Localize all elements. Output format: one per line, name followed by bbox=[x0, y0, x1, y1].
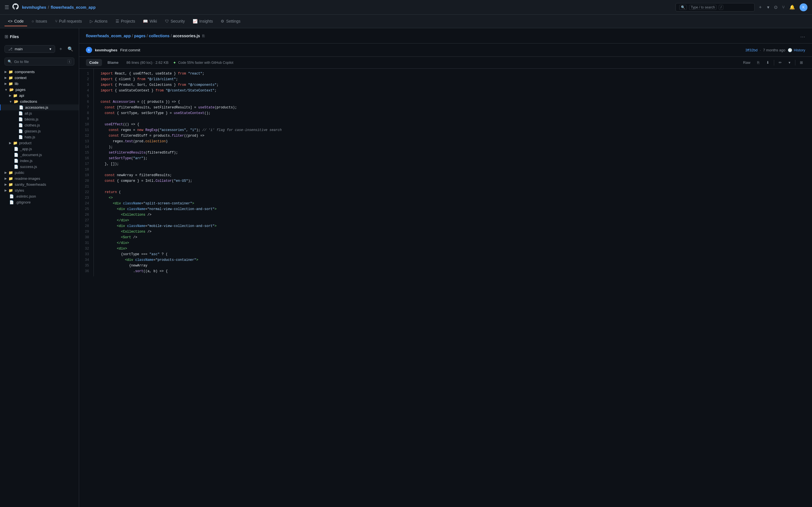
notifications-icon[interactable]: 🔔 bbox=[790, 4, 795, 10]
sidebar-item-context[interactable]: ▶ 📁 context bbox=[0, 75, 79, 81]
file-icon: 📄 bbox=[18, 135, 23, 139]
pr-icon: ⑂ bbox=[55, 19, 57, 23]
code-line: regex.test(prod.collection) bbox=[101, 138, 805, 144]
tab-projects[interactable]: ☰ Projects bbox=[112, 17, 139, 26]
code-line: <div className="split-screen-container"> bbox=[101, 201, 805, 206]
line-number: 34 bbox=[79, 257, 94, 263]
tab-settings[interactable]: ⚙ Settings bbox=[217, 17, 244, 26]
tab-code-label: Code bbox=[14, 19, 23, 23]
sidebar-item-api[interactable]: ▶ 📁 api bbox=[0, 93, 79, 99]
breadcrumb-pages-link[interactable]: pages bbox=[134, 34, 146, 38]
sidebar-item-sanity-flowerheads[interactable]: ▶ 📁 sanity_flowerheads bbox=[0, 181, 79, 187]
sidebar-item-app-js[interactable]: 📄 _app.js bbox=[0, 146, 79, 152]
tab-code[interactable]: <> Code bbox=[4, 17, 27, 26]
plus-icon[interactable]: ＋ bbox=[758, 4, 763, 10]
copy-raw-button[interactable]: ⎘ bbox=[755, 59, 762, 66]
line-number: 27 bbox=[79, 218, 94, 223]
sidebar-item-pages[interactable]: ▼ 📂 pages bbox=[0, 87, 79, 93]
file-tree: ▶ 📁 components ▶ 📁 context ▶ 📁 lib ▼ 📂 p… bbox=[0, 68, 79, 504]
sidebar-header: ⊞ Files bbox=[0, 32, 79, 42]
commit-author-name[interactable]: kevmhughes bbox=[95, 48, 117, 52]
file-line-count: 86 lines (80 loc) · 2.62 KB bbox=[126, 60, 169, 65]
sidebar-item-success-js[interactable]: 📄 success.js bbox=[0, 164, 79, 170]
file-icon: 📄 bbox=[9, 194, 14, 199]
file-icon: 📄 bbox=[18, 111, 23, 115]
sidebar-item-document-js[interactable]: 📄 _document.js bbox=[0, 152, 79, 158]
line-number: 8 bbox=[79, 110, 94, 116]
tab-security[interactable]: 🛡 Security bbox=[162, 17, 189, 26]
line-number: 24 bbox=[79, 201, 94, 206]
breadcrumb-repo-link[interactable]: flowerheads_ecom_app bbox=[86, 34, 131, 38]
blame-tab-button[interactable]: Blame bbox=[104, 59, 122, 66]
tab-insights[interactable]: 📈 Insights bbox=[189, 17, 216, 26]
sidebar-item-gitignore[interactable]: 📄 .gitignore bbox=[0, 199, 79, 205]
sidebar-item-public[interactable]: ▶ 📁 public bbox=[0, 170, 79, 176]
sidebar-item-accessories-js[interactable]: 📄 accessories.js bbox=[0, 104, 79, 110]
download-button[interactable]: ⬇ bbox=[764, 59, 772, 66]
sidebar-item-readme-images[interactable]: ▶ 📁 readme-images bbox=[0, 176, 79, 181]
github-logo-icon[interactable] bbox=[12, 3, 19, 11]
more-options-icon[interactable]: … bbox=[800, 33, 805, 39]
code-line: <Collections /> bbox=[101, 212, 805, 218]
chevron-down-icon: ▼ bbox=[4, 88, 8, 92]
chevron-right-icon: ▶ bbox=[9, 141, 11, 145]
tab-wiki[interactable]: 📖 Wiki bbox=[140, 17, 160, 26]
sidebar-item-index-js[interactable]: 📄 index.js bbox=[0, 158, 79, 164]
tab-pull-requests[interactable]: ⑂ Pull requests bbox=[52, 17, 85, 26]
content-area: flowerheads_ecom_app / pages / collectio… bbox=[79, 28, 812, 507]
sidebar-item-hats-js[interactable]: 📄 hats.js bbox=[0, 134, 79, 140]
code-line: useEffect(() => { bbox=[101, 122, 805, 127]
sidebar-item-lib[interactable]: ▶ 📁 lib bbox=[0, 81, 79, 87]
file-label: hats.js bbox=[24, 135, 35, 139]
line-number: 19 bbox=[79, 172, 94, 178]
go-to-file-input[interactable]: 🔍 Go to file t bbox=[4, 58, 74, 65]
split-view-button[interactable]: ⊞ bbox=[798, 59, 805, 66]
folder-label: product bbox=[19, 141, 31, 145]
file-label: glasses.js bbox=[24, 129, 41, 133]
hamburger-icon[interactable]: ☰ bbox=[4, 4, 9, 10]
add-file-button[interactable]: ＋ bbox=[57, 45, 64, 53]
branch-selector[interactable]: ⎇ main ▾ bbox=[4, 45, 55, 53]
tab-issues[interactable]: ○ Issues bbox=[28, 17, 51, 26]
sidebar-item-all-js[interactable]: 📄 all.js bbox=[0, 110, 79, 116]
sidebar-item-product[interactable]: ▶ 📁 product bbox=[0, 140, 79, 146]
code-line: const Accessories = ({ products }) => { bbox=[101, 99, 805, 105]
folder-open-icon: 📂 bbox=[9, 88, 14, 92]
sidebar-item-components[interactable]: ▶ 📁 components bbox=[0, 69, 79, 75]
code-line: setSortType("arr"); bbox=[101, 156, 805, 161]
tab-actions[interactable]: ▷ Actions bbox=[87, 17, 111, 26]
sidebar-item-eslintrc[interactable]: 📄 .eslintrc.json bbox=[0, 193, 79, 199]
history-clock-icon: 🕐 bbox=[788, 48, 792, 52]
line-number: 14 bbox=[79, 144, 94, 150]
avatar[interactable]: K bbox=[800, 3, 808, 11]
folder-label: lib bbox=[15, 81, 18, 86]
code-line: <Collections /> bbox=[101, 229, 805, 235]
copy-path-icon[interactable]: ⎘ bbox=[202, 34, 205, 38]
commit-hash[interactable]: 3ff32bd bbox=[745, 48, 757, 52]
nav-repo[interactable]: flowerheads_ecom_app bbox=[51, 5, 96, 10]
sidebar-item-bikinis-js[interactable]: 📄 bikinis.js bbox=[0, 116, 79, 122]
more-file-options-button[interactable]: ▾ bbox=[786, 59, 793, 66]
search-files-button[interactable]: 🔍 bbox=[66, 45, 74, 53]
code-content: import React, { useEffect, useState } fr… bbox=[94, 69, 812, 276]
nav-username[interactable]: kevmhughes bbox=[22, 5, 46, 10]
nav-search[interactable]: 🔍 Type / to search / bbox=[675, 3, 755, 12]
copilot-button[interactable]: ✦ Code 55% faster with GitHub Copilot bbox=[173, 60, 233, 65]
sidebar-item-glasses-js[interactable]: 📄 glasses.js bbox=[0, 128, 79, 134]
settings-icon: ⚙ bbox=[221, 19, 224, 23]
sidebar-item-collections[interactable]: ▼ 📂 collections bbox=[0, 99, 79, 104]
edit-button[interactable]: ✏ bbox=[776, 59, 784, 66]
pull-requests-icon[interactable]: ⑂ bbox=[782, 5, 785, 10]
code-line: <div> bbox=[101, 246, 805, 251]
issues-icon[interactable]: ⊙ bbox=[774, 4, 777, 10]
file-label: index.js bbox=[20, 159, 33, 163]
breadcrumb-sep-3: / bbox=[171, 34, 172, 38]
breadcrumb-collections-link[interactable]: collections bbox=[149, 34, 169, 38]
code-line: import { client } from "@/lib/client"; bbox=[101, 76, 805, 82]
history-button[interactable]: 🕐 History bbox=[788, 48, 805, 52]
code-tab-button[interactable]: Code bbox=[86, 59, 102, 66]
chevron-down-icon[interactable]: ▾ bbox=[767, 4, 769, 10]
sidebar-item-clothes-js[interactable]: 📄 clothes.js bbox=[0, 122, 79, 128]
sidebar-item-styles[interactable]: ▶ 📁 styles bbox=[0, 187, 79, 193]
raw-button[interactable]: Raw bbox=[741, 59, 753, 66]
